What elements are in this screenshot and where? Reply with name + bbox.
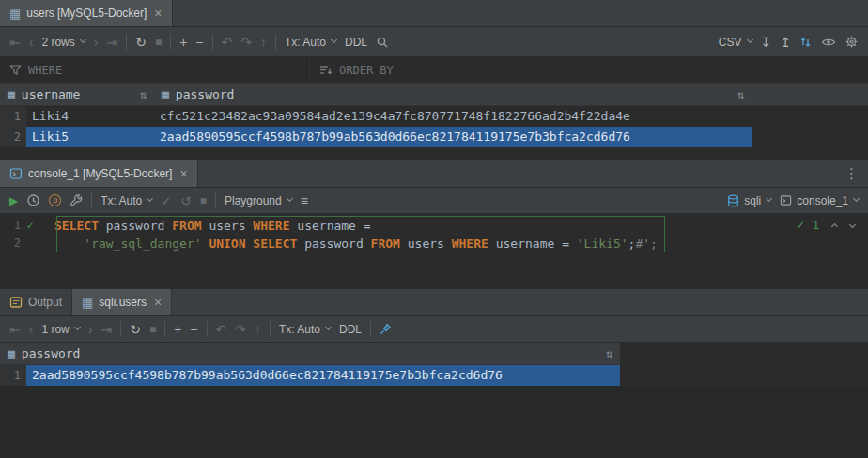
redo-icon[interactable]: ↷ xyxy=(235,323,246,336)
view-parameters-icon[interactable]: p xyxy=(49,194,61,206)
datagrip-window: ▦ users [MySQL5-Docker] × ⇤ ‹ 2 rows › ⇥… xyxy=(0,0,868,458)
table-row-selected[interactable]: 2 Liki5 2aad5890595ccf4598b787b99ab563d0… xyxy=(0,127,868,147)
cell-username[interactable]: Liki4 xyxy=(26,106,154,127)
console-session-dropdown[interactable]: console_1 xyxy=(780,194,859,207)
sort-icon[interactable]: ⇅ xyxy=(737,88,744,101)
delete-row-icon[interactable]: − xyxy=(195,36,203,49)
table-row-selected[interactable]: 1 2aad5890595ccf4598b787b99ab563d0d66ec8… xyxy=(0,365,868,386)
divider xyxy=(207,321,208,337)
tab-console-1[interactable]: console_1 [MySQL5-Docker] × xyxy=(0,160,198,187)
last-page-icon[interactable]: ⇥ xyxy=(101,323,112,336)
editor-gutter: 1 ✓ xyxy=(0,217,54,235)
commit-icon[interactable]: ✓ xyxy=(161,194,172,207)
tx-mode-dropdown[interactable]: Tx: Auto xyxy=(285,36,336,49)
extractor-dropdown[interactable]: CSV xyxy=(719,36,752,49)
page-size-label: 2 rows xyxy=(41,36,74,49)
divider xyxy=(370,321,371,337)
tx-mode-dropdown[interactable]: Tx: Auto xyxy=(279,323,331,336)
tx-mode-label: Tx: Auto xyxy=(101,194,142,207)
refresh-icon[interactable]: ↻ xyxy=(135,36,147,49)
delete-row-icon[interactable]: − xyxy=(190,323,197,336)
export-data-icon[interactable]: ↧ xyxy=(761,36,772,49)
stop-icon[interactable]: ■ xyxy=(155,37,162,48)
cell-password[interactable]: cfc521c23482ac93a09584ad2e139c4a7fc87077… xyxy=(154,106,752,127)
success-check-icon: ✓ xyxy=(796,219,805,232)
close-icon[interactable]: × xyxy=(179,167,187,180)
kebab-menu-icon[interactable]: ⋮ xyxy=(835,165,868,182)
history-icon[interactable] xyxy=(26,193,40,207)
previous-page-icon[interactable]: ‹ xyxy=(29,36,34,49)
playground-dropdown[interactable]: Playground xyxy=(225,194,292,207)
column-password-label: password xyxy=(176,87,235,101)
divider xyxy=(91,192,92,208)
add-row-icon[interactable]: + xyxy=(174,323,181,336)
first-page-icon[interactable]: ⇤ xyxy=(9,36,21,49)
previous-statement-icon[interactable] xyxy=(831,222,838,229)
redo-icon[interactable]: ↷ xyxy=(240,36,252,49)
tab-users-table[interactable]: ▦ users [MySQL5-Docker] × xyxy=(0,0,173,26)
ddl-button[interactable]: DDL xyxy=(345,37,367,48)
next-page-icon[interactable]: › xyxy=(88,323,93,336)
refresh-icon[interactable]: ↻ xyxy=(130,323,141,336)
undo-icon[interactable]: ↶ xyxy=(216,323,227,336)
pivot-icon[interactable] xyxy=(799,36,813,49)
ddl-button[interactable]: DDL xyxy=(339,324,362,335)
tab-result-label: sqli.users xyxy=(99,296,147,309)
pin-tab-icon[interactable] xyxy=(380,323,392,335)
page-size-dropdown[interactable]: 1 row xyxy=(41,323,79,336)
next-page-icon[interactable]: › xyxy=(94,36,99,49)
schema-label: sqli xyxy=(744,194,761,207)
gear-icon[interactable] xyxy=(845,35,859,49)
import-data-icon[interactable]: ↥ xyxy=(780,36,791,49)
run-icon[interactable]: ▶ xyxy=(9,195,18,206)
column-header-password[interactable]: ▦ password ⇅ xyxy=(154,84,752,105)
first-page-icon[interactable]: ⇤ xyxy=(9,323,21,336)
table-icon: ▦ xyxy=(9,8,21,20)
eye-icon[interactable] xyxy=(821,35,836,50)
sort-icon[interactable]: ⇅ xyxy=(606,347,612,360)
tab-result-sqli-users[interactable]: ▦ sqli.users × xyxy=(72,289,172,315)
undo-icon[interactable]: ↶ xyxy=(222,36,233,49)
rollback-icon[interactable]: ↺ xyxy=(180,194,192,207)
editor-line[interactable]: 1 ✓ SELECT password FROM users WHERE use… xyxy=(0,217,868,235)
order-by-filter-input[interactable]: ORDER BY xyxy=(310,57,403,83)
divider xyxy=(164,321,165,337)
divider xyxy=(170,34,171,50)
last-page-icon[interactable]: ⇥ xyxy=(106,36,117,49)
cell-username[interactable]: Liki5 xyxy=(26,127,154,147)
search-icon[interactable] xyxy=(376,36,389,49)
sql-editor[interactable]: 1 ✓ SELECT password FROM users WHERE use… xyxy=(0,214,868,289)
editor-line[interactable]: 2 'raw_sql_danger' UNION SELECT password… xyxy=(0,235,868,252)
wrench-icon[interactable] xyxy=(70,194,83,207)
console-tab-bar: console_1 [MySQL5-Docker] × ⋮ xyxy=(0,160,868,188)
where-filter-input[interactable]: WHERE xyxy=(0,57,310,83)
sql-code-line-2[interactable]: 'raw_sql_danger' UNION SELECT password F… xyxy=(54,235,658,252)
page-size-dropdown[interactable]: 2 rows xyxy=(41,36,85,49)
add-row-icon[interactable]: + xyxy=(179,36,187,49)
close-icon[interactable]: × xyxy=(154,296,162,309)
submit-changes-icon[interactable]: ↑ xyxy=(255,323,261,336)
console-session-label: console_1 xyxy=(797,194,848,207)
tab-output[interactable]: Output xyxy=(0,289,72,315)
layout-icon[interactable]: ≡ xyxy=(301,194,308,207)
cell-password[interactable]: 2aad5890595ccf4598b787b99ab563d0d66ec821… xyxy=(154,127,752,147)
page-size-label: 1 row xyxy=(41,323,69,336)
column-header-password[interactable]: ▦ password ⇅ xyxy=(0,343,620,364)
sort-icon[interactable]: ⇅ xyxy=(140,88,147,101)
sql-code-line-1[interactable]: SELECT password FROM users WHERE usernam… xyxy=(54,217,371,235)
previous-page-icon[interactable]: ‹ xyxy=(29,323,34,336)
table-row[interactable]: 1 Liki4 cfc521c23482ac93a09584ad2e139c4a… xyxy=(0,106,868,127)
chevron-down-icon xyxy=(746,37,752,43)
column-username-label: username xyxy=(22,87,81,101)
submit-changes-icon[interactable]: ↑ xyxy=(260,36,267,49)
cell-password[interactable]: 2aad5890595ccf4598b787b99ab563d0d66ec821… xyxy=(26,365,620,386)
schema-dropdown[interactable]: sqli xyxy=(727,194,771,207)
stop-icon[interactable]: ■ xyxy=(200,195,207,206)
next-statement-icon[interactable] xyxy=(849,221,856,227)
column-header-username[interactable]: ▦ username ⇅ xyxy=(0,84,154,105)
chevron-down-icon xyxy=(325,324,332,330)
stop-icon[interactable]: ■ xyxy=(149,324,156,335)
close-icon[interactable]: × xyxy=(154,7,162,20)
line-number: 2 xyxy=(4,235,21,252)
tx-mode-dropdown[interactable]: Tx: Auto xyxy=(101,194,152,207)
